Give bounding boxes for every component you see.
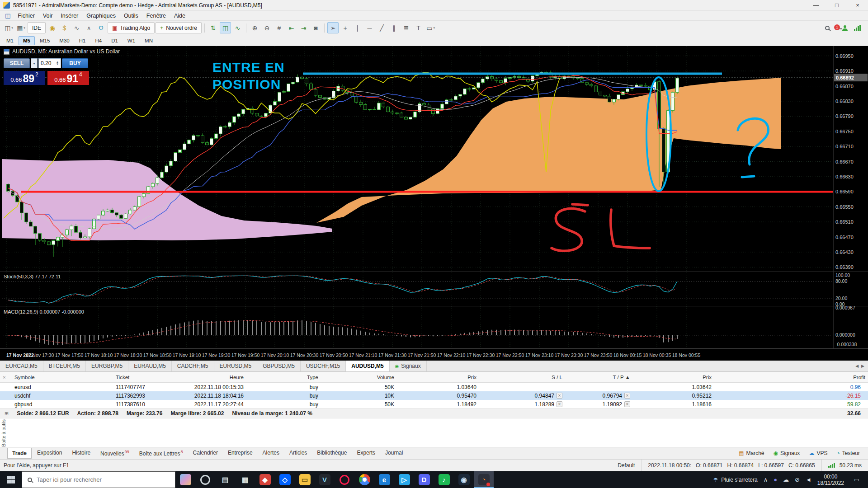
column-header-type[interactable]: Type: [246, 375, 321, 380]
column-header-volume[interactable]: Volume: [321, 375, 397, 380]
action-center-button[interactable]: ▭: [850, 477, 863, 483]
column-header-symbole[interactable]: Symbole: [12, 375, 113, 380]
timeframe-m5[interactable]: M5: [19, 36, 35, 45]
menu-fichier[interactable]: Fichier: [14, 12, 39, 20]
bar-chart-button[interactable]: ⇅: [208, 22, 219, 33]
chart-tab-eurcad-m5[interactable]: EURCAD,M5: [0, 361, 43, 371]
screenshot-button[interactable]: ◙: [310, 22, 321, 33]
chevron-up-icon[interactable]: ∧: [764, 476, 768, 483]
volume-dropdown-button[interactable]: ▼: [31, 58, 38, 68]
cortana-taskbar-icon[interactable]: [195, 471, 215, 488]
shapes-button[interactable]: ▭▾: [425, 22, 436, 33]
account-icon[interactable]: [842, 25, 848, 31]
timeframe-m1[interactable]: M1: [2, 36, 18, 45]
shift-right-button[interactable]: ⇥: [298, 22, 309, 33]
fibonacci-button[interactable]: ≣: [401, 22, 412, 33]
tab-biblioth-que[interactable]: Bibliothèque: [312, 448, 351, 459]
tab-nouvelles[interactable]: Nouvelles99: [96, 448, 134, 459]
tab-entreprise[interactable]: Entreprise: [223, 448, 257, 459]
tab-scroll-right-icon[interactable]: ▶: [861, 364, 864, 368]
sell-price-display[interactable]: 0.66892: [4, 71, 45, 85]
minimize-button[interactable]: —: [806, 0, 826, 10]
teams-icon[interactable]: ●: [774, 476, 777, 483]
mail-app-taskbar-icon[interactable]: ▦: [235, 471, 255, 488]
zoom-in-button[interactable]: ⊕: [249, 22, 260, 33]
panel-button-vps[interactable]: ☁VPS: [805, 449, 831, 458]
chart-tab-audusd-m5[interactable]: AUDUSD,M5: [346, 361, 389, 371]
tab-trade[interactable]: Trade: [7, 448, 32, 459]
chart-tab-eurgbp-m5[interactable]: EURGBP,M5: [86, 361, 128, 371]
volume-stepper[interactable]: ▲▼: [56, 61, 59, 66]
vertical-line-button[interactable]: |: [352, 22, 363, 33]
horizontal-line-button[interactable]: ─: [364, 22, 375, 33]
chart-tab-gbpusd-m5[interactable]: GBPUSD,M5: [257, 361, 301, 371]
buy-price-display[interactable]: 0.66914: [47, 71, 89, 85]
opera-gx-taskbar-icon[interactable]: [335, 471, 354, 488]
spotify-taskbar-icon[interactable]: ♪: [434, 471, 454, 488]
restore-button[interactable]: □: [826, 0, 847, 10]
weather-widget[interactable]: ☂ Pluie s'arretera: [713, 477, 758, 483]
ping-indicator[interactable]: 50.23 ms: [821, 460, 868, 471]
column-header-profit[interactable]: Profit: [714, 375, 868, 380]
panel-button-march[interactable]: ▤Marché: [735, 449, 768, 458]
tab-exposition[interactable]: Exposition: [33, 448, 66, 459]
grid-button[interactable]: #: [274, 22, 285, 33]
remove-sl-button[interactable]: ×: [557, 401, 562, 407]
panel-button-signaux[interactable]: ◉Signaux: [770, 449, 804, 458]
start-button[interactable]: [0, 471, 22, 488]
firefox-taskbar-icon[interactable]: ◔: [474, 471, 494, 488]
position-row-eurusd[interactable]: eurusd11174077472022.11.18 00:15:33buy50…: [0, 383, 868, 391]
ide-button[interactable]: IDE: [28, 22, 46, 33]
chart-tab-signaux[interactable]: ◉Signaux: [390, 361, 427, 371]
tab-articles[interactable]: Articles: [285, 448, 311, 459]
onedrive-icon[interactable]: ☁: [783, 476, 789, 483]
chart-tab-cadchf-m5[interactable]: CADCHF,M5: [172, 361, 214, 371]
toolbox-side-label[interactable]: Boîte à outils: [1, 419, 6, 447]
cursor-button[interactable]: ➢: [327, 22, 339, 33]
indicators-button[interactable]: ▦▾: [15, 22, 27, 33]
remove-tp-button[interactable]: ×: [624, 393, 630, 399]
tab-journal[interactable]: Journal: [381, 448, 407, 459]
search-icon[interactable]: [825, 26, 830, 30]
line-chart-button[interactable]: ∿: [232, 22, 243, 33]
telegram-taskbar-icon[interactable]: ▷: [394, 471, 414, 488]
timeframe-m30[interactable]: M30: [55, 36, 74, 45]
chart-tab-usdchf-m15[interactable]: USDCHF,M15: [301, 361, 346, 371]
panel-button-testeur[interactable]: ◔Testeur: [833, 449, 863, 458]
timeframe-h4[interactable]: H4: [90, 36, 106, 45]
position-row-usdchf[interactable]: usdchf11173629932022.11.18 18:04:16buy10…: [0, 391, 868, 400]
trading-algo-button[interactable]: ▣Trading Algo: [108, 22, 155, 33]
dropbox-taskbar-icon[interactable]: ◇: [275, 471, 295, 488]
column-header-ticket[interactable]: Ticket: [113, 375, 185, 380]
timeframe-mn[interactable]: MN: [140, 36, 157, 45]
timeframe-w1[interactable]: W1: [123, 36, 140, 45]
question-mark-dot-drawing[interactable]: [742, 176, 754, 177]
column-header-t-p[interactable]: T / P ▲: [565, 375, 633, 380]
task-view-taskbar-icon[interactable]: ▤: [215, 471, 235, 488]
menu-ins-rer[interactable]: Insérer: [57, 12, 82, 20]
file-explorer-taskbar-icon[interactable]: ▭: [295, 471, 315, 488]
red-app-taskbar-icon[interactable]: ◆: [255, 471, 275, 488]
remove-tp-button[interactable]: ×: [624, 401, 630, 407]
chart-tab-btceur-m5[interactable]: BTCEUR,M5: [43, 361, 86, 371]
shift-left-button[interactable]: ⇤: [286, 22, 297, 33]
position-row-gbpusd[interactable]: gbpusd11173876102022.11.17 20:27:44buy50…: [0, 400, 868, 408]
volume-input[interactable]: 0.20 ▲▼: [38, 58, 61, 68]
sell-button[interactable]: SELL: [4, 58, 30, 68]
strategy-hat-button[interactable]: ∧: [83, 22, 94, 33]
new-order-button[interactable]: +Nouvel ordre: [156, 22, 202, 33]
menu-voir[interactable]: Voir: [39, 12, 57, 20]
tab-alertes[interactable]: Alertes: [258, 448, 284, 459]
edge-taskbar-icon[interactable]: e: [374, 471, 394, 488]
photos-widget-taskbar-icon[interactable]: [175, 471, 195, 488]
taskbar-clock[interactable]: 00:00 18/11/2022: [817, 474, 844, 486]
column-header-heure[interactable]: Heure: [185, 375, 246, 380]
menu-graphiques[interactable]: Graphiques: [82, 12, 120, 20]
steam-taskbar-icon[interactable]: ◉: [454, 471, 474, 488]
menu-outils[interactable]: Outils: [120, 12, 142, 20]
expand-icon[interactable]: ⊞: [5, 411, 9, 417]
tab-scroll-left-icon[interactable]: ◀: [855, 364, 859, 368]
channel-button[interactable]: ∥: [388, 22, 400, 33]
buy-button[interactable]: BUY: [62, 58, 88, 68]
network-icon[interactable]: ⊘: [795, 476, 800, 483]
